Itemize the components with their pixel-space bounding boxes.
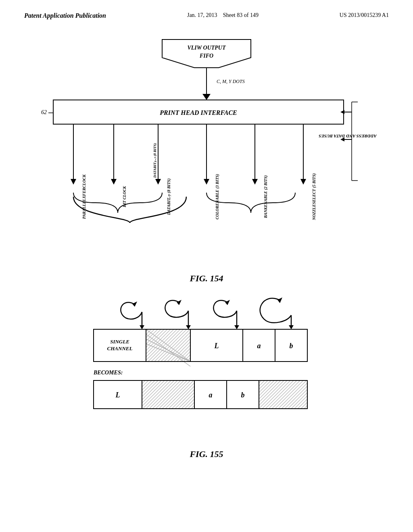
header-sheet: Sheet 83 of 149: [223, 12, 259, 18]
svg-marker-37: [132, 301, 137, 307]
svg-text:b: b: [290, 342, 293, 350]
svg-marker-26: [204, 179, 209, 185]
svg-marker-42: [289, 325, 294, 329]
svg-text:CHANNEL: CHANNEL: [107, 345, 133, 351]
svg-marker-29: [252, 179, 258, 185]
svg-text:VLIW OUTPUT: VLIW OUTPUT: [187, 45, 226, 51]
svg-marker-23: [155, 179, 161, 185]
svg-text:NOZZLESELECT (5 BITS): NOZZLESELECT (5 BITS): [312, 173, 317, 220]
svg-marker-46: [186, 325, 191, 329]
svg-rect-57: [146, 329, 190, 362]
patent-number: US 2013/0015239 A1: [340, 12, 389, 19]
svg-text:L: L: [115, 391, 120, 399]
svg-text:ADDRESS AND DATA BUSES: ADDRESS AND DATA BUSES: [319, 134, 377, 139]
svg-text:FIFO: FIFO: [199, 53, 213, 59]
page-header: Patent Application Publication Jan. 17, …: [24, 12, 389, 19]
svg-text:PRINT HEAD INTERFACE: PRINT HEAD INTERFACE: [159, 109, 237, 116]
svg-marker-38: [177, 300, 181, 305]
fig155-diagram: SINGLE CHANNEL L a b BECOMES: L a: [81, 296, 332, 445]
svg-text:a: a: [257, 342, 261, 350]
publication-label: Patent Application Publication: [24, 12, 106, 19]
svg-text:BECOMES:: BECOMES:: [93, 370, 123, 376]
svg-text:L: L: [214, 342, 219, 350]
fig154-diagram: VLIW OUTPUT FIFO C, M, Y DOTS PRINT HEAD…: [29, 35, 384, 269]
svg-text:a: a: [209, 391, 213, 399]
svg-text:62: 62: [41, 109, 47, 115]
svg-text:DATABIT,-y (8 BITS): DATABIT,-y (8 BITS): [167, 179, 171, 215]
header-date-sheet: Jan. 17, 2013 Sheet 83 of 149: [187, 12, 259, 19]
svg-marker-32: [300, 179, 306, 185]
svg-rect-72: [259, 380, 307, 409]
svg-marker-44: [140, 325, 144, 329]
svg-marker-48: [234, 325, 239, 329]
svg-text:SINGLE: SINGLE: [110, 339, 129, 345]
svg-marker-20: [111, 179, 117, 185]
fig155-label: FIG. 155: [24, 449, 389, 459]
svg-text:b: b: [241, 391, 245, 399]
svg-marker-17: [71, 179, 76, 185]
svg-text:DATABIT₂₋₇ (8 BITS): DATABIT₂₋₇ (8 BITS): [153, 143, 157, 178]
svg-text:C, M, Y DOTS: C, M, Y DOTS: [217, 79, 245, 84]
svg-marker-39: [225, 300, 230, 305]
svg-rect-67: [142, 380, 194, 409]
svg-text:BANKENABLE (2 BITS): BANKENABLE (2 BITS): [263, 175, 268, 218]
page: Patent Application Publication Jan. 17, …: [0, 0, 413, 532]
header-date: Jan. 17, 2013: [187, 12, 217, 18]
svg-text:PARALLELXFERCLOCK: PARALLELXFERCLOCK: [82, 174, 86, 219]
svg-marker-4: [202, 94, 211, 100]
fig154-label: FIG. 154: [24, 273, 389, 284]
svg-text:COLORENABLE (3 BITS): COLORENABLE (3 BITS): [215, 174, 220, 220]
svg-marker-40: [277, 297, 282, 303]
